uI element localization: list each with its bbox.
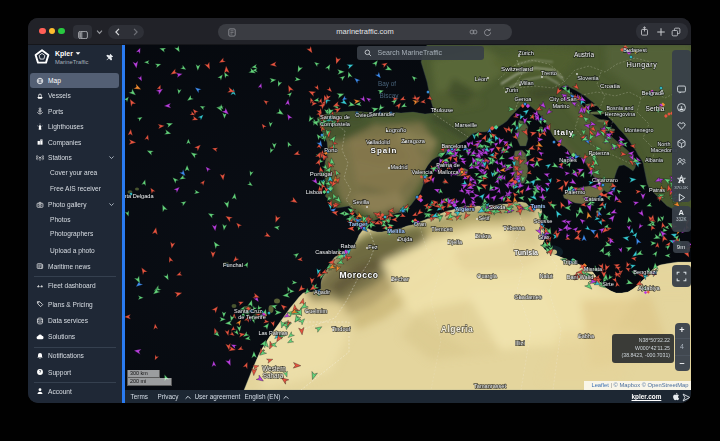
svg-text:Benghazi: Benghazi xyxy=(633,269,656,275)
svg-text:Madrid: Madrid xyxy=(390,164,407,170)
svg-text:Morocco: Morocco xyxy=(339,270,378,280)
svg-text:Marseille: Marseille xyxy=(454,122,476,128)
svg-text:Ponta Delgada: Ponta Delgada xyxy=(125,193,154,199)
svg-text:Western: Western xyxy=(262,365,286,372)
svg-text:Budapest: Budapest xyxy=(623,47,647,53)
svg-text:Sirte: Sirte xyxy=(602,281,614,287)
svg-text:Catania: Catania xyxy=(584,196,604,202)
svg-text:Oran: Oran xyxy=(413,221,425,227)
svg-text:Hungary: Hungary xyxy=(626,61,657,69)
svg-text:Algeria: Algeria xyxy=(440,324,472,334)
svg-text:Palma de: Palma de xyxy=(436,162,460,168)
svg-text:Austria: Austria xyxy=(573,51,594,58)
svg-text:Zaragoza: Zaragoza xyxy=(401,138,426,144)
svg-text:Trento: Trento xyxy=(541,70,557,76)
svg-text:Valencia: Valencia xyxy=(411,169,433,175)
svg-text:Valladolid: Valladolid xyxy=(366,139,390,145)
svg-text:Montenegro: Montenegro xyxy=(624,127,653,133)
svg-text:Belgrade: Belgrade xyxy=(641,90,663,96)
svg-text:Tindouf: Tindouf xyxy=(331,326,350,332)
svg-text:Tlemcen: Tlemcen xyxy=(431,226,452,232)
svg-text:Agadir: Agadir xyxy=(313,289,329,295)
svg-text:Ouargla: Ouargla xyxy=(477,273,498,279)
svg-text:Switzerland: Switzerland xyxy=(501,65,534,72)
svg-text:Albania: Albania xyxy=(645,157,663,163)
svg-text:Skikda: Skikda xyxy=(488,204,506,210)
svg-text:Biskra: Biskra xyxy=(475,233,491,239)
svg-text:Slovenia: Slovenia xyxy=(577,75,599,81)
svg-text:Tunis: Tunis xyxy=(530,203,545,209)
svg-text:Illizi: Illizi xyxy=(515,340,524,346)
svg-text:Casablanca: Casablanca xyxy=(315,249,345,255)
svg-text:Italy: Italy xyxy=(553,128,573,137)
svg-text:Palermo: Palermo xyxy=(564,189,585,195)
svg-text:Milan: Milan xyxy=(520,80,533,86)
svg-text:Fez: Fez xyxy=(368,244,378,250)
svg-text:Oujda: Oujda xyxy=(397,236,413,242)
svg-text:Bay of: Bay of xyxy=(377,80,395,88)
svg-text:Béchar: Béchar xyxy=(391,276,409,282)
svg-text:Serbia: Serbia xyxy=(645,105,664,112)
svg-text:Tébessa: Tébessa xyxy=(503,225,525,231)
svg-text:Sabha: Sabha xyxy=(577,333,594,339)
svg-text:Catanzaro: Catanzaro xyxy=(592,177,618,183)
svg-text:Misrata: Misrata xyxy=(583,266,602,272)
svg-text:Ghadames: Ghadames xyxy=(514,294,542,300)
svg-text:Sousse: Sousse xyxy=(533,218,552,224)
svg-text:Tripoli: Tripoli xyxy=(562,259,577,265)
svg-text:Mallorca: Mallorca xyxy=(437,169,459,175)
svg-text:Marino: Marino xyxy=(552,103,569,109)
svg-text:Sétif: Sétif xyxy=(478,215,490,221)
svg-text:Las Palmas: Las Palmas xyxy=(258,330,287,336)
svg-text:Tamanrasset: Tamanrasset xyxy=(473,383,505,389)
svg-text:Léon: Léon xyxy=(474,76,486,82)
svg-text:Nalut: Nalut xyxy=(539,273,553,279)
svg-text:Santander: Santander xyxy=(369,111,395,117)
svg-text:Funchal: Funchal xyxy=(223,262,243,268)
svg-text:City of San: City of San xyxy=(549,96,576,102)
svg-text:Ajdabiya: Ajdabiya xyxy=(638,285,660,291)
svg-text:Guelmim: Guelmim xyxy=(304,308,327,314)
svg-text:?: ? xyxy=(39,369,42,374)
svg-text:Toulouse: Toulouse xyxy=(430,107,452,113)
svg-text:Sevilla: Sevilla xyxy=(352,199,369,205)
svg-text:Zürich: Zürich xyxy=(518,50,534,56)
svg-text:Melilla: Melilla xyxy=(387,228,405,234)
svg-text:Tunisia: Tunisia xyxy=(514,249,538,256)
svg-text:Tanger: Tanger xyxy=(348,221,368,227)
svg-text:Croatia: Croatia xyxy=(600,82,621,89)
svg-text:Logroño: Logroño xyxy=(385,127,406,133)
svg-text:Sahara: Sahara xyxy=(262,372,283,379)
svg-text:Barcelona: Barcelona xyxy=(441,143,467,149)
svg-text:Biscay: Biscay xyxy=(379,92,399,100)
svg-text:Turin: Turin xyxy=(505,87,518,93)
svg-text:Compostela: Compostela xyxy=(320,121,351,127)
svg-text:Portugal: Portugal xyxy=(309,171,331,177)
svg-text:de Tenerife: de Tenerife xyxy=(238,314,266,320)
svg-text:Patras: Patras xyxy=(648,187,664,193)
svg-text:Porto: Porto xyxy=(324,147,337,153)
svg-text:Genoa: Genoa xyxy=(514,96,532,102)
svg-text:Santiago de: Santiago de xyxy=(320,114,350,120)
svg-text:Spain: Spain xyxy=(370,146,397,155)
svg-text:Djelfa: Djelfa xyxy=(447,239,462,245)
svg-text:Algiers: Algiers xyxy=(455,206,475,212)
svg-text:Naples: Naples xyxy=(559,157,577,163)
svg-text:Lisboa: Lisboa xyxy=(305,189,322,195)
svg-text:Sfax: Sfax xyxy=(538,234,549,240)
svg-text:Bani Walid: Bani Walid xyxy=(566,274,593,280)
svg-text:Herzegovina: Herzegovina xyxy=(604,111,634,117)
